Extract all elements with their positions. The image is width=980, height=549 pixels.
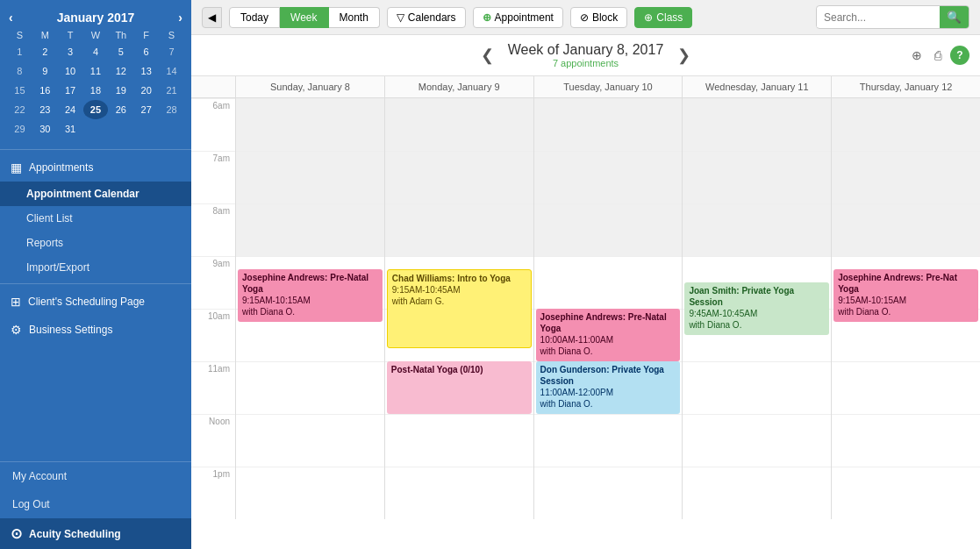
logo-label: Acuity Scheduling: [29, 528, 121, 540]
mini-cal-day[interactable]: 6: [133, 42, 159, 61]
mini-cal-day[interactable]: 26: [108, 100, 133, 119]
mini-cal-day[interactable]: 30: [32, 119, 58, 139]
mini-cal-day[interactable]: 11: [83, 61, 109, 81]
mini-cal-day[interactable]: 19: [108, 81, 133, 100]
time-slot[interactable]: [534, 98, 683, 151]
time-slot[interactable]: [683, 467, 831, 519]
mini-cal-day[interactable]: 23: [32, 100, 58, 119]
time-slot[interactable]: [534, 414, 683, 467]
mini-cal-day[interactable]: 8: [7, 61, 32, 81]
sidebar-nav-import/export[interactable]: Import/Export: [0, 255, 191, 280]
time-slot[interactable]: [236, 98, 384, 151]
time-slot[interactable]: [534, 151, 683, 203]
search-input[interactable]: [817, 8, 940, 27]
class-button[interactable]: ⊕ Class: [634, 7, 692, 28]
mini-cal-day[interactable]: 17: [58, 81, 83, 100]
plus-icon: ⊕: [483, 11, 491, 24]
collapse-sidebar-button[interactable]: ◀: [202, 7, 222, 28]
mini-cal-day[interactable]: 27: [133, 100, 159, 119]
today-button[interactable]: Today: [229, 7, 280, 28]
my-account-label: My Account: [12, 470, 67, 482]
time-label-1pm: 1pm: [191, 467, 235, 519]
mini-cal-day[interactable]: 9: [32, 61, 58, 81]
time-slot[interactable]: [832, 414, 980, 467]
sidebar-business-settings[interactable]: ⚙ Business Settings: [0, 316, 191, 344]
mini-cal-day[interactable]: 13: [133, 61, 159, 81]
mini-cal-day[interactable]: 16: [32, 81, 58, 100]
mini-cal-day[interactable]: 28: [159, 100, 184, 119]
time-slot[interactable]: [385, 98, 533, 151]
appointment-a2[interactable]: Chad Williams: Intro to Yoga9:15AM-10:45…: [387, 269, 532, 348]
calendars-button[interactable]: ▽ Calendars: [387, 7, 466, 28]
mini-cal-day[interactable]: 25: [83, 100, 109, 119]
time-slot[interactable]: [832, 361, 980, 414]
block-button[interactable]: ⊘ Block: [570, 7, 627, 28]
help-button[interactable]: ?: [950, 46, 969, 65]
mini-cal-day[interactable]: 21: [159, 81, 184, 100]
sidebar-nav-client-list[interactable]: Client List: [0, 206, 191, 231]
sidebar-section-appointments[interactable]: ▦ Appointments: [0, 153, 191, 182]
zoom-button[interactable]: ⊕: [908, 46, 926, 64]
appointment-a3[interactable]: Post-Natal Yoga (0/10): [387, 361, 532, 414]
mini-cal-prev[interactable]: ‹: [9, 11, 13, 25]
print-button[interactable]: ⎙: [931, 46, 945, 64]
appointment-a4[interactable]: Josephine Andrews: Pre-Natal Yoga10:00AM…: [536, 309, 681, 361]
time-slot[interactable]: [832, 467, 980, 519]
time-slot[interactable]: [385, 151, 533, 203]
time-slot[interactable]: [236, 361, 384, 414]
mini-cal-day[interactable]: 7: [159, 42, 184, 61]
my-account-item[interactable]: My Account: [0, 462, 191, 490]
mini-cal-day[interactable]: 12: [108, 61, 133, 81]
mini-cal-day[interactable]: 10: [58, 61, 83, 81]
mini-cal-day[interactable]: 22: [7, 100, 32, 119]
time-slot[interactable]: [534, 203, 683, 256]
mini-cal-day[interactable]: 3: [58, 42, 83, 61]
time-slot[interactable]: [385, 203, 533, 256]
mini-cal-day[interactable]: 29: [7, 119, 32, 139]
time-slot[interactable]: [683, 203, 831, 256]
mini-cal-day[interactable]: 31: [58, 119, 83, 139]
mini-cal-day[interactable]: 1: [7, 42, 32, 61]
search-button[interactable]: 🔍: [940, 6, 969, 28]
appointment-a6[interactable]: Joan Smith: Private Yoga Session9:45AM-1…: [684, 282, 829, 335]
mini-cal-day[interactable]: 24: [58, 100, 83, 119]
time-slot[interactable]: [534, 467, 683, 519]
mini-cal-day[interactable]: 15: [7, 81, 32, 100]
prev-week-button[interactable]: ❮: [477, 46, 497, 65]
time-slot[interactable]: [236, 151, 384, 203]
time-slot[interactable]: [385, 414, 533, 467]
sidebar-nav-appointment-calendar[interactable]: Appointment Calendar: [0, 182, 191, 206]
mini-cal-next[interactable]: ›: [178, 11, 182, 25]
sidebar-nav-reports[interactable]: Reports: [0, 231, 191, 255]
time-slot[interactable]: [534, 256, 683, 309]
sidebar-scheduling-page[interactable]: ⊞ Client's Scheduling Page: [0, 288, 191, 316]
month-button[interactable]: Month: [329, 7, 380, 28]
time-slot[interactable]: [683, 98, 831, 151]
block-icon: ⊘: [580, 11, 589, 24]
mini-cal-day[interactable]: 18: [83, 81, 109, 100]
appointment-a7[interactable]: Josephine Andrews: Pre-Nat Yoga9:15AM-10…: [833, 269, 978, 322]
time-slot[interactable]: [236, 203, 384, 256]
time-slot[interactable]: [236, 467, 384, 519]
week-button[interactable]: Week: [280, 7, 328, 28]
time-slot[interactable]: [385, 467, 533, 519]
class-icon: ⊕: [644, 11, 653, 24]
time-slot[interactable]: [832, 98, 980, 151]
log-out-item[interactable]: Log Out: [0, 490, 191, 518]
time-slot[interactable]: [832, 151, 980, 203]
time-slot[interactable]: [832, 203, 980, 256]
mini-cal-day[interactable]: 14: [159, 61, 184, 81]
time-slot[interactable]: [236, 414, 384, 467]
mini-cal-day[interactable]: 5: [108, 42, 133, 61]
next-week-button[interactable]: ❯: [674, 46, 694, 65]
time-slot[interactable]: [683, 151, 831, 203]
mini-cal-day[interactable]: 20: [133, 81, 159, 100]
mini-cal-day[interactable]: 2: [32, 42, 58, 61]
appointment-a5[interactable]: Don Gunderson: Private Yoga Session11:00…: [536, 361, 681, 414]
time-slot[interactable]: [683, 414, 831, 467]
calendar-grid-container[interactable]: Sunday, January 8 Monday, January 9 Tues…: [191, 76, 980, 549]
time-slot[interactable]: [683, 361, 831, 414]
appointment-a1[interactable]: Josephine Andrews: Pre-Natal Yoga9:15AM-…: [238, 269, 383, 322]
mini-cal-day[interactable]: 4: [83, 42, 109, 61]
new-appointment-button[interactable]: ⊕ Appointment: [473, 7, 563, 28]
